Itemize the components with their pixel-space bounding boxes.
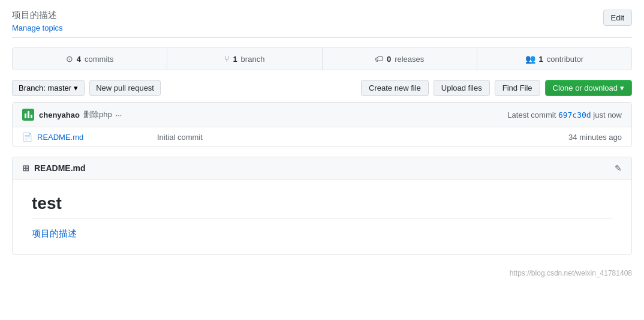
file-icon: 📄: [22, 132, 32, 142]
new-pull-request-button[interactable]: New pull request: [89, 80, 161, 96]
clone-download-button[interactable]: Clone or download ▾: [545, 80, 632, 96]
commits-label: commits: [85, 55, 113, 64]
readme-description: 项目的描述: [32, 228, 612, 240]
find-file-button[interactable]: Find File: [495, 80, 540, 96]
latest-commit-label: Latest commit: [507, 110, 556, 119]
commit-info: chenyahao 删除php ···: [39, 109, 507, 120]
watermark-text: https://blog.csdn.net/weixin_41781408: [510, 269, 632, 277]
create-new-file-button[interactable]: Create new file: [361, 80, 429, 96]
readme-edit-icon[interactable]: ✎: [615, 163, 622, 173]
readme-content: test 项目的描述: [13, 180, 631, 254]
commit-time: just now: [593, 110, 622, 119]
releases-count: 0: [387, 55, 391, 64]
table-row: 📄 README.md Initial commit 34 minutes ag…: [13, 127, 631, 146]
edit-button[interactable]: Edit: [603, 10, 632, 26]
description-section: 项目的描述 Manage topics Edit: [12, 0, 632, 38]
readme-title: README.md: [34, 163, 86, 173]
file-time: 34 minutes ago: [568, 133, 622, 142]
clone-download-label: Clone or download: [553, 83, 618, 92]
readme-heading: test: [32, 194, 612, 219]
readme-title-row: ⊞ README.md: [22, 163, 86, 173]
commits-stat[interactable]: ⊙ 4 commits: [13, 48, 167, 70]
file-table: chenyahao 删除php ··· Latest commit 697c30…: [12, 102, 632, 147]
branches-count: 1: [233, 55, 237, 64]
commits-count: 4: [77, 55, 81, 64]
branch-label: Branch: master: [19, 83, 71, 92]
commit-dots[interactable]: ···: [116, 110, 122, 119]
releases-stat[interactable]: 🏷 0 releases: [323, 48, 477, 70]
readme-header: ⊞ README.md ✎: [13, 157, 631, 180]
toolbar-right: Create new file Upload files Find File C…: [361, 80, 632, 96]
file-name-link[interactable]: README.md: [37, 133, 157, 142]
commit-hash[interactable]: 697c30d: [558, 110, 591, 119]
toolbar-left: Branch: master ▾ New pull request: [12, 80, 161, 96]
readme-grid-icon: ⊞: [22, 163, 29, 173]
commit-message: 删除php: [83, 109, 112, 120]
commit-avatar: [22, 109, 34, 121]
stats-bar: ⊙ 4 commits ⑂ 1 branch 🏷 0 releases 👥 1 …: [12, 47, 632, 70]
upload-files-button[interactable]: Upload files: [434, 80, 490, 96]
footer-watermark: https://blog.csdn.net/weixin_41781408: [12, 264, 632, 282]
branch-selector[interactable]: Branch: master ▾: [12, 80, 85, 96]
branch-icon: ⑂: [224, 54, 229, 64]
avatar-bars: [25, 111, 32, 118]
file-commit-message: Initial commit: [157, 133, 568, 142]
file-toolbar: Branch: master ▾ New pull request Create…: [12, 80, 632, 96]
bar3: [31, 115, 32, 118]
releases-label: releases: [395, 55, 424, 64]
clone-chevron-icon: ▾: [620, 83, 624, 92]
manage-topics-link[interactable]: Manage topics: [12, 23, 63, 32]
commit-header-row: chenyahao 删除php ··· Latest commit 697c30…: [13, 103, 631, 127]
releases-icon: 🏷: [375, 54, 383, 64]
branches-stat[interactable]: ⑂ 1 branch: [167, 48, 322, 70]
contributors-icon: 👥: [525, 54, 535, 64]
branches-label: branch: [241, 55, 265, 64]
readme-section: ⊞ README.md ✎ test 项目的描述: [12, 157, 632, 255]
commit-author[interactable]: chenyahao: [39, 110, 80, 119]
project-description: 项目的描述: [12, 10, 63, 21]
description-left: 项目的描述 Manage topics: [12, 10, 63, 32]
bar1: [25, 113, 26, 118]
bar2: [28, 111, 29, 118]
commits-icon: ⊙: [66, 54, 73, 64]
contributors-count: 1: [539, 55, 543, 64]
contributors-stat[interactable]: 👥 1 contributor: [477, 48, 631, 70]
branch-chevron-icon: ▾: [74, 83, 78, 92]
contributors-label: contributor: [547, 55, 583, 64]
latest-commit-info: Latest commit 697c30d just now: [507, 110, 622, 119]
